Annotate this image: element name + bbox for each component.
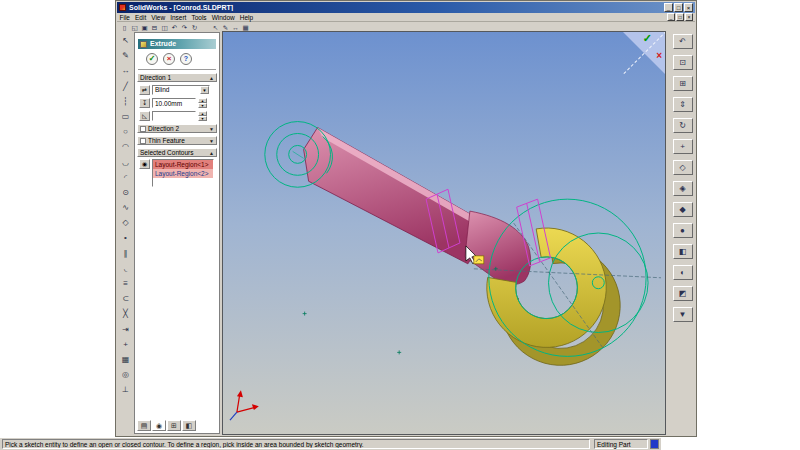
chevron-down-icon[interactable]: ▼ (200, 86, 209, 94)
zoom-in-out-icon[interactable]: ⇕ (673, 97, 693, 112)
configurationmanager-tab[interactable]: ⊞ (167, 420, 181, 431)
mirror-entities-icon[interactable]: ∥ (119, 247, 132, 260)
quick-snap-icon[interactable]: ◎ (119, 368, 132, 381)
contour-select-icon: ◉ (139, 159, 150, 169)
open-icon[interactable]: ◱ (130, 23, 139, 32)
circle-icon[interactable]: ○ (119, 125, 132, 138)
spin-down-icon[interactable]: ▼ (198, 116, 207, 121)
collapse-arrow-icon: ▲ (209, 75, 214, 81)
convert-entities-icon[interactable]: ⊂ (119, 292, 132, 305)
rectangle-icon[interactable]: ▭ (119, 110, 132, 123)
graphics-viewport[interactable]: ✓ × (222, 31, 666, 435)
ok-button[interactable]: ✓ (146, 53, 158, 65)
zoom-to-area-icon[interactable]: ⊞ (673, 76, 693, 91)
offset-entities-icon[interactable]: ≡ (119, 277, 132, 290)
ellipse-icon[interactable]: ⊙ (119, 186, 132, 199)
confirm-cancel-icon[interactable]: × (656, 51, 662, 61)
depth-stepper: ▲ ▼ (198, 98, 207, 108)
thin-feature-group-header[interactable]: Thin Feature ▼ (137, 136, 217, 145)
save-icon[interactable]: ▣ (140, 23, 149, 32)
centerpoint-arc-icon[interactable]: ◠ (119, 140, 132, 153)
perspective-icon[interactable]: ◩ (673, 286, 693, 301)
print-preview-icon[interactable]: ◫ (160, 23, 169, 32)
rotate-view-icon[interactable]: ↻ (673, 118, 693, 133)
end-condition-select[interactable]: Blind ▼ (152, 85, 210, 95)
origin-triad (230, 390, 259, 420)
menu-help[interactable]: Help (237, 13, 255, 22)
rebuild-icon[interactable]: ↻ (190, 23, 199, 32)
doc-restore-button[interactable]: □ (676, 13, 684, 21)
direction2-group-header[interactable]: Direction 2 ▼ (137, 124, 217, 133)
status-mode: Editing Part (594, 439, 648, 449)
point-icon[interactable]: • (119, 231, 132, 244)
draft-input[interactable] (152, 111, 196, 121)
dimension-icon[interactable]: ↔ (119, 64, 132, 77)
wireframe-icon[interactable]: ◇ (673, 160, 693, 175)
hidden-lines-removed-icon[interactable]: ◆ (673, 202, 693, 217)
zoom-to-fit-icon[interactable]: ⊡ (673, 55, 693, 70)
centerline-icon[interactable]: ┆ (119, 95, 132, 108)
title-bar[interactable]: SolidWorks - [Conrod.SLDPRT] _□× (117, 2, 695, 13)
move-entities-icon[interactable]: + (119, 338, 132, 351)
snap-grid-icon[interactable]: ▦ (119, 353, 132, 366)
menu-edit[interactable]: Edit (132, 13, 148, 22)
doc-minimize-button[interactable]: _ (667, 13, 675, 21)
spin-down-icon[interactable]: ▼ (198, 103, 207, 108)
curvature-icon[interactable]: ◐ (673, 265, 693, 280)
standard-views-icon[interactable]: ▼ (673, 307, 693, 322)
close-button[interactable]: × (684, 3, 693, 12)
redo-icon[interactable]: ↷ (180, 23, 189, 32)
desktop: SolidWorks - [Conrod.SLDPRT] _□× FileEdi… (0, 0, 800, 450)
thin-feature-checkbox[interactable] (140, 138, 146, 144)
big-end-web[interactable] (465, 211, 531, 284)
doc-close-button[interactable]: × (685, 13, 693, 21)
contour-list-item[interactable]: Layout-Region<1> (153, 160, 213, 169)
spline-icon[interactable]: ∿ (119, 201, 132, 214)
help-button[interactable]: ? (180, 53, 192, 65)
relations-icon[interactable]: ⊥ (119, 383, 132, 396)
direction2-checkbox[interactable] (140, 126, 146, 132)
reverse-direction-icon[interactable]: ⇄ (139, 85, 150, 95)
polygon-icon[interactable]: ◇ (119, 216, 132, 229)
previous-view-icon[interactable]: ↶ (673, 34, 693, 49)
undo-icon[interactable]: ↶ (170, 23, 179, 32)
contour-list-item[interactable]: Layout-Region<2> (153, 169, 213, 178)
selected-contours-list: Layout-Region<1>Layout-Region<2> (152, 159, 214, 187)
selected-contours-group-header[interactable]: Selected Contours ▲ (137, 148, 217, 157)
tangent-arc-icon[interactable]: ◡ (119, 156, 132, 169)
toolbar-separator (200, 23, 210, 32)
propertymanager-tab[interactable]: ◉ (152, 420, 166, 431)
direction1-group-header[interactable]: Direction 1 ▲ (137, 73, 217, 82)
sketch-toolbar: ↖✎↔╱┆▭○◠◡◜⊙∿◇•∥◟≡⊂╳⇥+▦◎⊥ (118, 34, 133, 396)
print-icon[interactable]: ⊟ (150, 23, 159, 32)
display-pane-tab[interactable]: ◧ (182, 420, 196, 431)
menu-view[interactable]: View (149, 13, 168, 22)
section-view-icon[interactable]: ◧ (673, 244, 693, 259)
fillet-icon[interactable]: ◟ (119, 262, 132, 275)
model-canvas[interactable] (223, 32, 665, 434)
minimize-button[interactable]: _ (664, 3, 673, 12)
hidden-lines-visible-icon[interactable]: ◈ (673, 181, 693, 196)
menu-window[interactable]: Window (209, 13, 237, 22)
select-icon[interactable]: ↖ (119, 34, 132, 47)
property-manager-panel: Extrude ✓ × ? Direction 1 ▲ ⇄ Blind ▼ ↧ (134, 32, 220, 434)
sketch-points[interactable] (303, 267, 498, 355)
confirm-ok-icon[interactable]: ✓ (643, 33, 652, 44)
cancel-button[interactable]: × (163, 53, 175, 65)
menu-file[interactable]: File (117, 13, 132, 22)
line-icon[interactable]: ╱ (119, 80, 132, 93)
featuremanager-tab[interactable]: ▤ (137, 420, 151, 431)
select-icon[interactable]: ↖ (211, 23, 220, 32)
new-document-icon[interactable]: ▯ (120, 23, 129, 32)
extend-icon[interactable]: ⇥ (119, 323, 132, 336)
maximize-button[interactable]: □ (674, 3, 683, 12)
sketch-icon[interactable]: ✎ (119, 49, 132, 62)
shaded-icon[interactable]: ● (673, 223, 693, 238)
three-point-arc-icon[interactable]: ◜ (119, 171, 132, 184)
trim-icon[interactable]: ╳ (119, 307, 132, 320)
menu-tools[interactable]: Tools (189, 13, 209, 22)
depth-input[interactable] (152, 98, 196, 108)
pan-icon[interactable]: + (673, 139, 693, 154)
manager-tabs: ▤◉⊞◧ (137, 420, 196, 431)
menu-insert[interactable]: Insert (168, 13, 189, 22)
